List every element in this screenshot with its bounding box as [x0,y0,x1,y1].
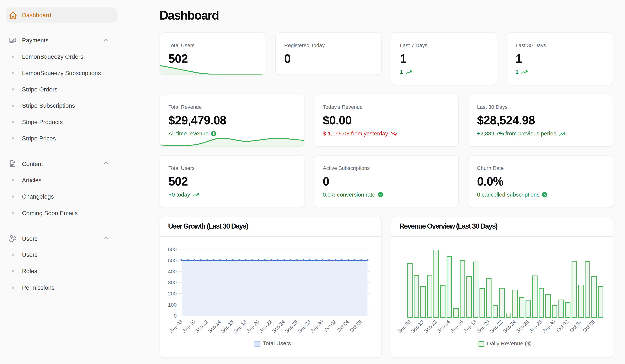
svg-text:Sep 12: Sep 12 [194,319,209,334]
svg-text:Sep 10: Sep 10 [410,319,425,334]
svg-text:Sep 18: Sep 18 [463,319,477,334]
svg-text:Oct 06: Oct 06 [349,319,363,333]
svg-text:0: 0 [174,313,177,319]
svg-text:200: 200 [168,291,177,297]
svg-text:Sep 28: Sep 28 [528,319,543,334]
svg-text:Total Users: Total Users [263,340,291,346]
svg-text:Sep 14: Sep 14 [207,319,222,334]
svg-text:Sep 18: Sep 18 [233,319,248,334]
svg-text:Sep 08: Sep 08 [397,319,412,334]
svg-text:Sep 30: Sep 30 [541,319,557,334]
svg-text:Sep 22: Sep 22 [258,319,273,334]
svg-text:100: 100 [168,302,177,308]
svg-text:Sep 24: Sep 24 [502,319,517,334]
svg-text:500: 500 [168,258,177,263]
svg-text:Oct 02: Oct 02 [556,319,569,333]
svg-text:Sep 10: Sep 10 [181,319,196,334]
svg-text:Sep 12: Sep 12 [423,319,438,334]
svg-text:Oct 02: Oct 02 [323,319,337,333]
svg-text:Oct 06: Oct 06 [582,319,596,333]
svg-text:Sep 26: Sep 26 [284,319,299,334]
svg-text:Sep 14: Sep 14 [436,319,451,334]
svg-text:Sep 16: Sep 16 [449,319,464,334]
svg-text:600: 600 [168,246,177,252]
svg-text:Sep 08: Sep 08 [169,319,184,334]
svg-text:Sep 24: Sep 24 [271,319,286,334]
svg-text:Sep 16: Sep 16 [220,319,235,334]
svg-text:400: 400 [168,269,177,274]
svg-text:Sep 26: Sep 26 [515,319,530,334]
svg-text:Oct 04: Oct 04 [336,319,350,333]
svg-text:Sep 30: Sep 30 [310,319,324,334]
svg-text:Sep 20: Sep 20 [476,319,491,334]
svg-text:$: $ [213,132,215,135]
svg-text:Sep 28: Sep 28 [297,319,312,334]
svg-text:Oct 04: Oct 04 [568,319,583,333]
svg-text:Daily Revenue ($): Daily Revenue ($) [487,340,532,346]
svg-text:300: 300 [168,280,177,285]
svg-text:Sep 20: Sep 20 [246,319,260,334]
svg-text:Sep 22: Sep 22 [489,319,504,334]
